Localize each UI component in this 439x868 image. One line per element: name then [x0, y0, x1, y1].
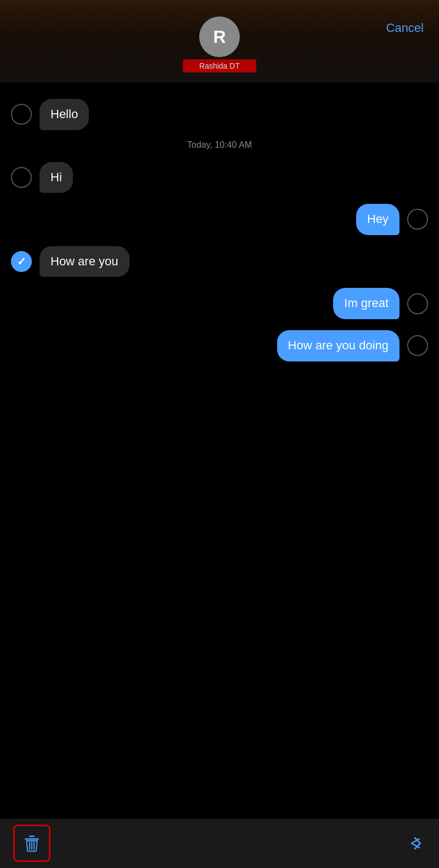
svg-rect-0: [25, 838, 39, 840]
header: R Cancel Rashida DT: [0, 0, 439, 82]
bottom-bar: [0, 819, 439, 868]
messages-area: Hello Today, 10:40 AM Hi Hey How are you…: [0, 82, 439, 819]
message-bubble-1[interactable]: Hello: [40, 99, 89, 130]
message-checkbox-1[interactable]: [11, 104, 32, 125]
timestamp: Today, 10:40 AM: [0, 136, 439, 157]
message-bubble-6[interactable]: How are you doing: [277, 330, 399, 361]
message-checkbox-3[interactable]: [407, 209, 428, 230]
message-row-3: Hey: [0, 198, 439, 241]
message-row-5: Im great: [0, 282, 439, 325]
share-button[interactable]: [404, 832, 426, 854]
svg-rect-1: [29, 836, 35, 837]
cancel-button[interactable]: Cancel: [386, 21, 424, 35]
message-row-6: How are you doing: [0, 325, 439, 367]
delete-button[interactable]: [13, 825, 50, 862]
message-bubble-2[interactable]: Hi: [40, 162, 73, 193]
message-checkbox-4[interactable]: [11, 251, 32, 272]
message-row-2: Hi: [0, 157, 439, 199]
message-checkbox-5[interactable]: [407, 293, 428, 314]
share-icon: [404, 832, 426, 854]
avatar-initial: R: [213, 27, 226, 47]
message-bubble-4[interactable]: How are you: [40, 246, 130, 277]
message-checkbox-6[interactable]: [407, 335, 428, 356]
message-checkbox-2[interactable]: [11, 167, 32, 188]
message-row-1: Hello: [0, 93, 439, 136]
message-bubble-3[interactable]: Hey: [356, 204, 399, 235]
message-row-4: How are you: [0, 241, 439, 283]
trash-icon: [22, 833, 42, 853]
contact-name-bar: Rashida DT: [183, 59, 256, 73]
message-bubble-5[interactable]: Im great: [333, 288, 399, 319]
avatar: R: [199, 16, 240, 57]
